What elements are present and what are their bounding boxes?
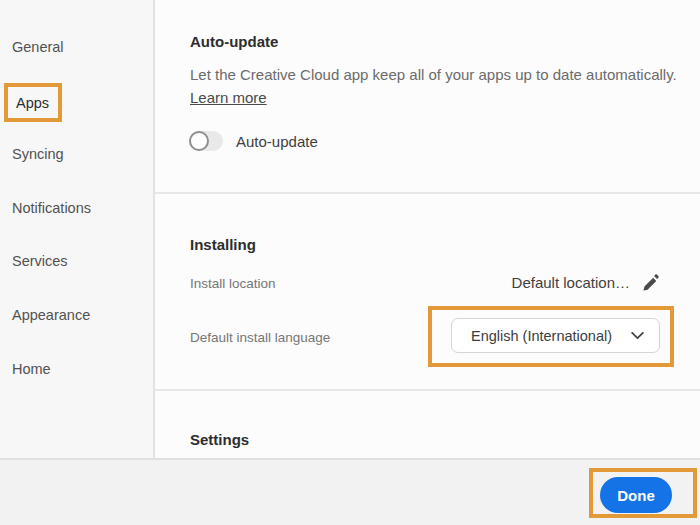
done-button[interactable]: Done — [600, 477, 672, 513]
auto-update-section-title: Auto-update — [190, 33, 278, 50]
highlight-box-apps: Apps — [4, 83, 62, 122]
sidebar-item-appearance[interactable]: Appearance — [12, 307, 90, 323]
auto-update-description: Let the Creative Cloud app keep all of y… — [190, 66, 677, 83]
sidebar-item-syncing[interactable]: Syncing — [12, 146, 64, 162]
pencil-icon — [642, 273, 661, 292]
creative-cloud-preferences-window: General Apps Syncing Notifications Servi… — [0, 0, 700, 525]
auto-update-toggle[interactable] — [189, 131, 223, 151]
sidebar-item-services[interactable]: Services — [12, 253, 68, 269]
section-divider — [155, 389, 700, 391]
sidebar-item-notifications[interactable]: Notifications — [12, 200, 91, 216]
install-location-value-row: Default location… — [512, 273, 661, 292]
language-dropdown[interactable]: English (International) — [451, 318, 660, 353]
language-dropdown-value: English (International) — [471, 328, 612, 344]
learn-more-link[interactable]: Learn more — [190, 89, 267, 106]
default-install-language-label: Default install language — [190, 330, 330, 345]
install-location-label: Install location — [190, 276, 276, 291]
settings-section-title: Settings — [190, 431, 249, 448]
section-divider — [155, 192, 700, 194]
installing-section-title: Installing — [190, 236, 256, 253]
sidebar: General Apps Syncing Notifications Servi… — [0, 0, 155, 459]
footer-bar — [0, 458, 700, 525]
install-location-value: Default location… — [512, 274, 630, 291]
sidebar-item-home[interactable]: Home — [12, 361, 51, 377]
edit-install-location-button[interactable] — [642, 273, 661, 292]
chevron-down-icon — [631, 332, 644, 340]
toggle-knob — [189, 131, 209, 151]
sidebar-item-general[interactable]: General — [12, 39, 64, 55]
auto-update-toggle-label: Auto-update — [236, 133, 318, 150]
sidebar-item-apps[interactable]: Apps — [16, 95, 49, 111]
